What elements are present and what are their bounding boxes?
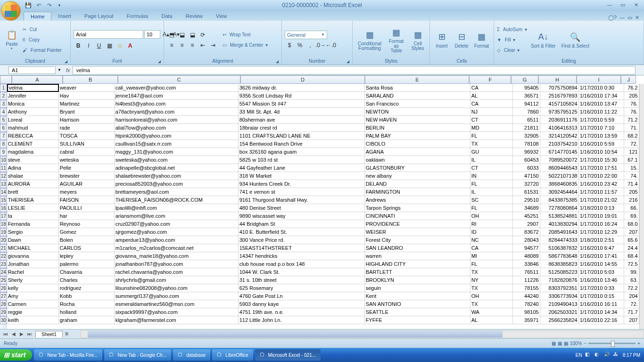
dialog-launcher-icon[interactable]: ◢ (65, 59, 67, 64)
cell[interactable]: oaklawn (365, 156, 471, 164)
row-header[interactable]: 6 (0, 124, 7, 132)
cell[interactable]: 76.2 (624, 84, 639, 92)
cell[interactable]: 48089 (513, 252, 540, 260)
cell[interactable]: a78acbryant@yahoo.com (115, 108, 239, 116)
cell[interactable]: 28043 (513, 236, 540, 244)
cell[interactable]: 5903 danny kaye (239, 300, 365, 308)
volume-icon[interactable]: 🔊 (604, 352, 611, 358)
cell[interactable]: 96932 (513, 148, 540, 156)
cell[interactable]: HIGHLAND CITY (365, 260, 471, 268)
cell[interactable]: 1/18/2010 2:51 (579, 236, 624, 244)
cell[interactable]: 71.4 (624, 180, 639, 188)
cell[interactable]: lpaolilli@inbfl.com (115, 204, 239, 212)
cell[interactable]: 94577 (513, 244, 540, 252)
cell[interactable]: Harrison (59, 116, 115, 124)
row-header[interactable]: 2 (0, 92, 7, 100)
row-header[interactable]: 28 (0, 300, 7, 308)
cell[interactable]: Kobb (59, 292, 115, 300)
cell[interactable]: Pelle (59, 164, 115, 172)
row-header[interactable]: 13 (0, 180, 7, 188)
cell[interactable]: 2907 (513, 220, 540, 228)
close-button[interactable]: ✕ (630, 1, 642, 8)
cell[interactable]: 480 Denise Street (239, 204, 365, 212)
row-header[interactable]: 9 (0, 148, 7, 156)
cell[interactable]: CA (471, 84, 513, 92)
cell[interactable]: 1/17/2010 16:24 (579, 220, 624, 228)
cell[interactable]: Rocha (59, 300, 115, 308)
row-header[interactable]: 22 (0, 252, 7, 260)
cell[interactable]: TX (471, 140, 513, 148)
cell[interactable]: 5138524881 (540, 212, 579, 220)
first-sheet-icon[interactable]: ⏮ (2, 331, 9, 337)
cell[interactable]: NEWTON (365, 108, 471, 116)
cell[interactable]: SEATTLE (365, 308, 471, 316)
cell[interactable]: 35971 (513, 316, 540, 324)
cell[interactable]: rodriguez (59, 284, 115, 292)
cell[interactable]: 3868460835 (540, 180, 579, 188)
new-sheet-icon[interactable]: ⎘ (63, 331, 71, 337)
taskbar-item[interactable]: ▢Microsoft Excel - 021... (255, 349, 321, 361)
cell[interactable]: meyers (59, 188, 115, 196)
column-header[interactable]: C (118, 75, 240, 84)
cell[interactable]: Martinez (59, 100, 115, 108)
cell[interactable]: 78155 (513, 284, 540, 292)
cell[interactable]: ariansmom@live.com (115, 212, 239, 220)
row-header[interactable]: 15 (0, 196, 7, 204)
cell[interactable]: CINCINNATI (365, 212, 471, 220)
cell[interactable]: giovanna_marie18@yahoo.com (115, 252, 239, 260)
cell[interactable]: 5022107138 (540, 172, 579, 180)
minimize-button[interactable]: — (603, 1, 616, 8)
cell[interactable]: 65.6 (624, 236, 639, 244)
cell[interactable]: IN (471, 172, 513, 180)
cell[interactable]: TOSCA (59, 132, 115, 140)
cell[interactable]: 410 E. Butterfield St. (239, 228, 365, 236)
cell[interactable]: BROOKLYN (365, 276, 471, 284)
cell[interactable]: 5547 Mission St #47 (239, 100, 365, 108)
cell[interactable]: WA (471, 308, 513, 316)
cell[interactable]: new albany (365, 172, 471, 180)
cell[interactable]: Tarpon Springs (365, 204, 471, 212)
cell[interactable]: 3092454464 (540, 188, 579, 196)
cell[interactable]: SC (471, 196, 513, 204)
align-bottom-icon[interactable]: ⬓ (188, 30, 197, 40)
cell[interactable]: preciosa852003@yahoo.com (115, 180, 239, 188)
cell[interactable]: AL (471, 92, 513, 100)
cell[interactable]: 1/16/2010 14:55 (579, 260, 624, 268)
column-header[interactable]: I (577, 75, 621, 84)
fx-icon[interactable]: fx (66, 67, 70, 73)
cell[interactable]: 8284474333 (540, 236, 579, 244)
cell[interactable]: 7182820876 (540, 276, 579, 284)
cell[interactable]: 3306773934 (540, 292, 579, 300)
cell[interactable]: 76511 (513, 268, 540, 276)
paste-button[interactable]: 📋 Paste▾ (3, 24, 21, 56)
cell[interactable]: Charles (59, 276, 115, 284)
cell[interactable]: IL (471, 188, 513, 196)
network-icon[interactable]: 🖧 (613, 352, 620, 358)
increase-indent-icon[interactable]: ⇥ (208, 41, 218, 50)
tray-icon[interactable]: ◐ (594, 352, 601, 358)
cell[interactable]: sixpack99997@yahoo.com (115, 308, 239, 316)
cell[interactable]: palermo (59, 260, 115, 268)
cell[interactable]: lepley (59, 252, 115, 260)
cell[interactable]: reggie (7, 308, 59, 316)
cell[interactable]: 63. (624, 276, 639, 284)
last-sheet-icon[interactable]: ⏭ (26, 331, 33, 337)
cell[interactable]: klgraham@farmerstel.com (115, 316, 239, 324)
cell[interactable]: 9735795125 (540, 108, 579, 116)
cell[interactable]: 7089520072 (540, 156, 579, 164)
cell[interactable]: 78108 (513, 140, 540, 148)
cell[interactable]: 18braiar crest rd (239, 124, 365, 132)
row-header[interactable]: 12 (0, 172, 7, 180)
cell[interactable]: m1carlos_m2carlos@comcast.net (115, 244, 239, 252)
cell[interactable]: 44 Bridgham St (239, 220, 365, 228)
cell[interactable]: PAOLILLI (59, 204, 115, 212)
horizontal-scrollbar[interactable] (81, 330, 644, 338)
format-cells-button[interactable]: ▦Format (472, 24, 491, 56)
row-header[interactable]: 25 (0, 276, 7, 284)
view-normal-icon[interactable]: ▦ (552, 341, 556, 346)
column-header[interactable]: D (240, 75, 365, 84)
ribbon-minimize-icon[interactable]: — (619, 15, 625, 21)
cell[interactable]: 7075750894 (540, 84, 579, 92)
cell[interactable]: 44 Gayfeather Lane (239, 164, 365, 172)
cell[interactable]: seguin (365, 284, 471, 292)
